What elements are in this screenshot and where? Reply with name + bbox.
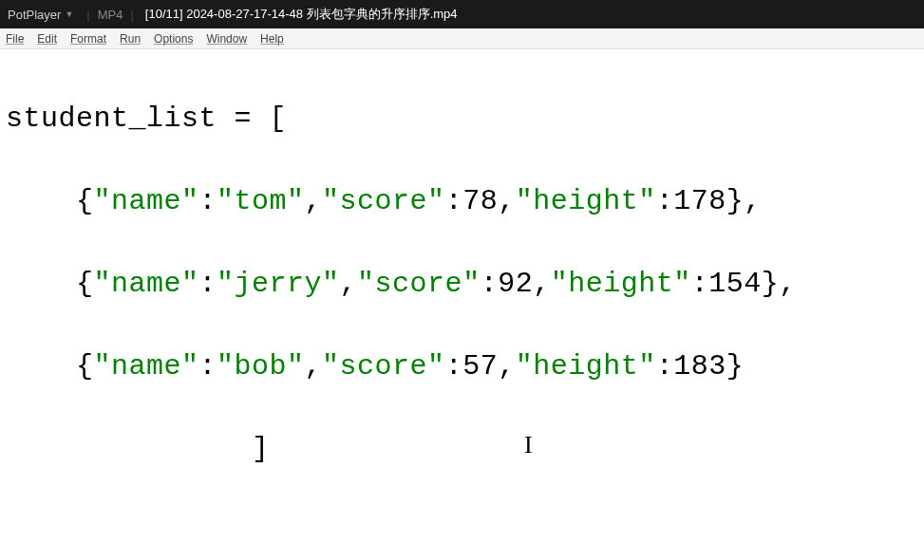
app-name[interactable]: PotPlayer ▼ bbox=[8, 8, 79, 22]
code-editor[interactable]: student_list = [ {"name":"tom","score":7… bbox=[0, 49, 924, 560]
code-line: {"name":"bob","score":57,"height":183} bbox=[6, 346, 918, 388]
menubar: File Edit Format Run Options Window Help bbox=[0, 28, 924, 49]
menu-format[interactable]: Format bbox=[70, 32, 106, 46]
app-name-label: PotPlayer bbox=[8, 8, 61, 22]
code-line: {"name":"jerry","score":92,"height":154}… bbox=[6, 264, 918, 306]
menu-help[interactable]: Help bbox=[260, 32, 284, 46]
separator: | bbox=[79, 8, 97, 22]
text-cursor-icon: I bbox=[524, 427, 533, 463]
titlebar[interactable]: PotPlayer ▼ | MP4 | [10/11] 2024-08-27-1… bbox=[0, 0, 924, 28]
format-badge: MP4 bbox=[98, 8, 123, 22]
menu-run[interactable]: Run bbox=[120, 32, 141, 46]
menu-edit[interactable]: Edit bbox=[37, 32, 57, 46]
menu-file[interactable]: File bbox=[6, 32, 24, 46]
code-line bbox=[6, 512, 918, 553]
code-line: ] bbox=[6, 429, 918, 471]
menu-window[interactable]: Window bbox=[206, 32, 247, 46]
menu-options[interactable]: Options bbox=[154, 32, 193, 46]
code-line: student_list = [ bbox=[6, 99, 918, 140]
window-title: [10/11] 2024-08-27-17-14-48 列表包字典的升序排序.m… bbox=[141, 6, 458, 23]
code-line: {"name":"tom","score":78,"height":178}, bbox=[6, 181, 918, 223]
separator: | bbox=[123, 8, 141, 22]
chevron-down-icon: ▼ bbox=[65, 9, 73, 19]
